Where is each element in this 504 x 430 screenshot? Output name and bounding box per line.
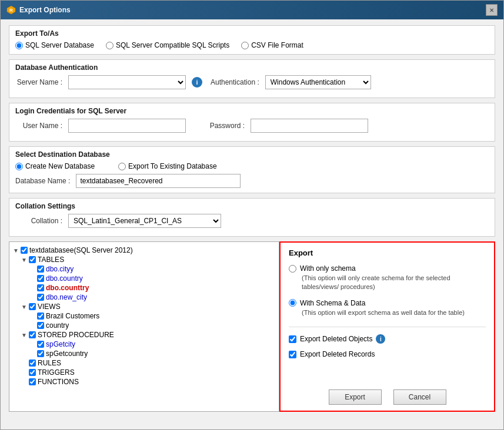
checkbox-country-view[interactable] <box>37 322 44 329</box>
schema-data-radio[interactable] <box>289 299 296 307</box>
tree-item-country-view[interactable]: country <box>29 321 275 330</box>
login-credentials-section: Login Credentials for SQL Server User Na… <box>9 103 495 142</box>
schema-data-desc: (This option will export schema as well … <box>302 308 486 317</box>
cancel-button[interactable]: Cancel <box>393 389 446 405</box>
tree-node-stored-proc-children: spGetcity spGetcountry <box>29 340 275 358</box>
tree-item-spgetcountry[interactable]: spGetcountry <box>29 349 275 358</box>
login-credentials-title: Login Credentials for SQL Server <box>15 107 489 115</box>
export-deleted-objects-checkbox[interactable] <box>289 335 296 343</box>
checkbox-views[interactable] <box>29 303 36 310</box>
checkbox-triggers[interactable] <box>29 369 36 376</box>
checkbox-functions[interactable] <box>29 378 36 385</box>
tree-label-brazil: Brazil Customers <box>46 312 99 320</box>
expand-tables: ▼ <box>21 257 27 263</box>
tree-label-root: textdatabasee(SQL Server 2012) <box>29 246 133 254</box>
tree-item-root[interactable]: ▼ textdatabasee(SQL Server 2012) <box>13 246 275 255</box>
tree-item-spgetcity[interactable]: spGetcity <box>29 340 275 349</box>
app-icon: R <box>6 5 16 15</box>
db-name-input[interactable] <box>76 174 241 188</box>
checkbox-country[interactable] <box>37 275 44 282</box>
export-deleted-records-checkbox[interactable] <box>289 351 296 358</box>
tree-label-country: dbo.country <box>46 274 83 283</box>
server-info-icon[interactable]: i <box>192 77 202 88</box>
close-button[interactable]: ✕ <box>486 4 498 16</box>
deleted-objects-info-icon[interactable]: i <box>376 334 385 344</box>
login-row: User Name : Password : <box>15 119 489 136</box>
schema-data-option: With Schema & Data (This option will exp… <box>289 299 486 317</box>
auth-label: Authentication : <box>211 78 259 86</box>
title-bar-left: R Export Options <box>6 5 71 15</box>
checkbox-tables[interactable] <box>29 256 36 263</box>
radio-csv[interactable]: CSV File Format <box>241 41 303 49</box>
collation-section: Collation Settings Collation : SQL_Latin… <box>9 198 495 237</box>
tree-root: ▼ textdatabasee(SQL Server 2012) ▼ TABLE… <box>13 246 275 387</box>
radio-create-new[interactable]: Create New Database <box>15 162 95 170</box>
checkbox-spgetcity[interactable] <box>37 341 44 348</box>
username-row: User Name : <box>15 119 186 133</box>
checkbox-cityy[interactable] <box>37 266 44 273</box>
radio-export-existing-label: Export To Existing Database <box>128 162 217 170</box>
schema-only-radio-label[interactable]: With only schema <box>289 264 486 273</box>
checkbox-rules[interactable] <box>29 360 36 367</box>
tree-node-views: ▼ VIEWS Brazil Customers <box>21 302 275 330</box>
checkbox-root[interactable] <box>21 247 28 254</box>
server-name-select[interactable] <box>68 75 186 89</box>
radio-sql-server-db-label: SQL Server Database <box>25 41 94 49</box>
auth-select[interactable]: Windows Authentication SQL Server Authen… <box>265 75 371 89</box>
db-name-row: Database Name : <box>15 174 489 188</box>
schema-only-desc: (This option will only create schema for… <box>302 274 486 292</box>
radio-sql-server-db[interactable]: SQL Server Database <box>15 41 94 49</box>
select-destination-section: Select Destination Database Create New D… <box>9 146 495 193</box>
tree-item-tables[interactable]: ▼ TABLES <box>21 255 275 264</box>
schema-only-option: With only schema (This option will only … <box>289 264 486 292</box>
tree-label-functions: FUNCTIONS <box>38 378 79 386</box>
checkbox-spgetcountry[interactable] <box>37 350 44 357</box>
schema-data-radio-label[interactable]: With Schema & Data <box>289 299 486 307</box>
expand-views: ▼ <box>21 304 27 310</box>
tree-item-rules[interactable]: RULES <box>21 358 275 368</box>
export-deleted-objects-row: Export Deleted Objects i <box>289 334 486 344</box>
tree-item-functions[interactable]: FUNCTIONS <box>21 377 275 387</box>
username-input[interactable] <box>68 119 186 133</box>
tree-item-counttry[interactable]: dbo.counttry <box>29 283 275 293</box>
tree-node-tables: ▼ TABLES dbo.cityy <box>21 255 275 302</box>
server-name-label: Server Name : <box>15 78 62 86</box>
checkbox-counttry[interactable] <box>37 284 44 291</box>
password-label: Password : <box>198 122 245 130</box>
tree-node-views-children: Brazil Customers country <box>29 311 275 330</box>
username-label: User Name : <box>15 122 62 130</box>
tree-label-rules: RULES <box>38 359 61 367</box>
password-input[interactable] <box>251 119 368 133</box>
expand-stored-proc: ▼ <box>21 332 27 338</box>
tree-item-brazil[interactable]: Brazil Customers <box>29 311 275 321</box>
checkbox-brazil[interactable] <box>37 313 44 320</box>
tree-item-cityy[interactable]: dbo.cityy <box>29 264 275 274</box>
radio-export-existing[interactable]: Export To Existing Database <box>118 162 217 170</box>
checkbox-new-city[interactable] <box>37 294 44 301</box>
export-deleted-records-row: Export Deleted Records <box>289 350 486 358</box>
tree-node-rules: RULES <box>21 358 275 368</box>
tree-item-stored-proc[interactable]: ▼ STORED PROCEDURE <box>21 330 275 340</box>
tree-label-spgetcountry: spGetcountry <box>46 350 88 358</box>
tree-item-new-city[interactable]: dbo.new_city <box>29 293 275 302</box>
radio-create-new-label: Create New Database <box>25 162 95 170</box>
tree-label-tables: TABLES <box>38 256 64 264</box>
tree-item-country[interactable]: dbo.country <box>29 274 275 283</box>
tree-item-views[interactable]: ▼ VIEWS <box>21 302 275 311</box>
tree-node-stored-proc: ▼ STORED PROCEDURE spGetcity <box>21 330 275 358</box>
export-button[interactable]: Export <box>329 389 382 405</box>
radio-sql-scripts[interactable]: SQL Server Compatible SQL Scripts <box>106 41 229 49</box>
checkbox-stored-proc[interactable] <box>29 331 36 338</box>
schema-only-radio[interactable] <box>289 265 296 273</box>
tree-item-triggers[interactable]: TRIGGERS <box>21 368 275 377</box>
export-to-as-section: Export To/As SQL Server Database SQL Ser… <box>9 25 495 55</box>
db-name-label: Database Name : <box>15 177 70 185</box>
divider <box>289 327 486 327</box>
bottom-panel: ▼ textdatabasee(SQL Server 2012) ▼ TABLE… <box>9 241 495 412</box>
collation-row: Collation : SQL_Latin1_General_CP1_CI_AS… <box>15 214 489 228</box>
password-row: Password : <box>198 119 368 133</box>
dialog-body: Export To/As SQL Server Database SQL Ser… <box>1 19 503 429</box>
collation-select[interactable]: SQL_Latin1_General_CP1_CI_AS Latin1_Gene… <box>68 214 221 228</box>
export-panel: Export With only schema (This option wil… <box>279 241 495 412</box>
radio-csv-label: CSV File Format <box>251 41 303 49</box>
